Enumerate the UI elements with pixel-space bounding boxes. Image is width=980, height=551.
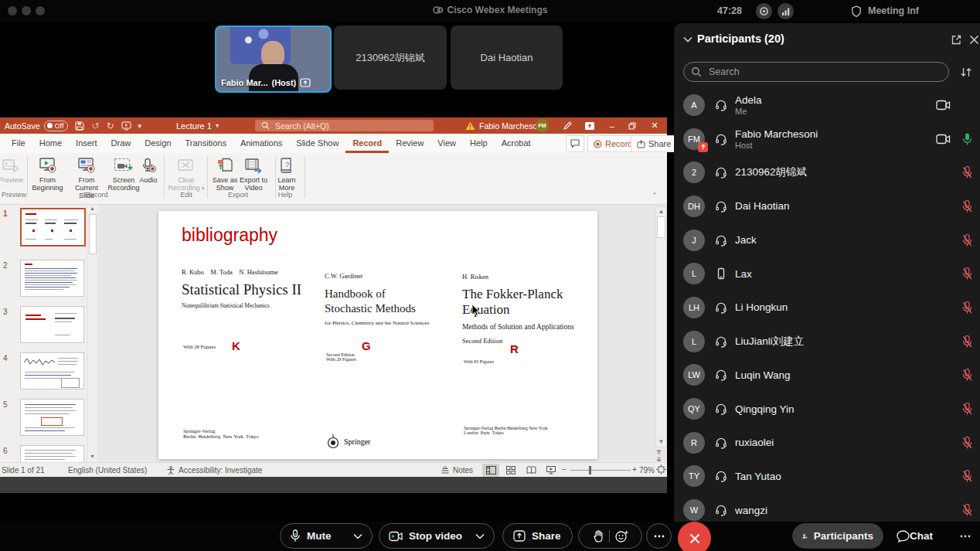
zoom-out-button[interactable]: − bbox=[562, 465, 567, 474]
zoom-slider-thumb[interactable] bbox=[589, 466, 591, 474]
more-options-button[interactable] bbox=[646, 523, 672, 549]
participant-row[interactable]: QY Qingqing Yin bbox=[674, 392, 980, 426]
meeting-info-label[interactable]: Meeting Inf bbox=[868, 5, 919, 16]
collapse-ribbon-chevron-icon[interactable]: ⌃ bbox=[652, 192, 658, 199]
share-button[interactable]: Share bbox=[631, 135, 677, 152]
ppt-search-box[interactable]: Search (Alt+Q) bbox=[255, 120, 434, 131]
tab-help[interactable]: Help bbox=[463, 134, 495, 153]
video-tile[interactable]: 2130962胡锦斌 bbox=[334, 26, 447, 90]
fit-slide-button[interactable] bbox=[656, 464, 666, 474]
tab-acrobat[interactable]: Acrobat bbox=[495, 134, 538, 153]
slideshow-icon[interactable] bbox=[121, 121, 131, 131]
sort-participants-icon[interactable] bbox=[960, 66, 972, 78]
dropdown-chevron-icon: ▾ bbox=[202, 185, 205, 191]
participant-row[interactable]: L Lax bbox=[674, 257, 980, 291]
tab-file[interactable]: File bbox=[5, 134, 32, 153]
participants-search-input[interactable] bbox=[707, 66, 919, 78]
ribbon-from-beginning-button[interactable]: From Beginning bbox=[29, 155, 66, 192]
ribbon-learn-more-button[interactable]: ? Learn More bbox=[272, 155, 301, 192]
video-tile-host[interactable]: Fabio Mar... (Host) bbox=[215, 26, 332, 93]
autosave-toggle[interactable]: Off bbox=[44, 121, 69, 131]
previous-slide-button[interactable]: ⇈ bbox=[656, 449, 662, 456]
redo-icon[interactable]: ↻ bbox=[106, 121, 114, 131]
language-status[interactable]: English (United States) bbox=[68, 463, 147, 478]
tab-transitions[interactable]: Transitions bbox=[179, 134, 233, 153]
participant-row[interactable]: L LiuJianli刘建立 bbox=[674, 325, 980, 359]
recording-indicator-icon[interactable] bbox=[756, 3, 772, 19]
save-icon[interactable] bbox=[75, 121, 84, 131]
participant-row[interactable]: R ruxiaolei bbox=[674, 426, 980, 460]
document-title[interactable]: Lecture 1▾ bbox=[176, 117, 219, 134]
undo-icon[interactable]: ↺ bbox=[91, 121, 99, 131]
share-content-button[interactable]: Share bbox=[502, 523, 573, 549]
notes-button[interactable]: Notes bbox=[441, 463, 473, 478]
collapse-panel-chevron-icon[interactable] bbox=[683, 36, 692, 43]
tab-design[interactable]: Design bbox=[138, 134, 178, 153]
zoom-percent[interactable]: 79% bbox=[639, 466, 655, 474]
reactions-smiley-icon[interactable] bbox=[615, 530, 628, 542]
slide-indicator[interactable]: Slide 1 of 21 bbox=[2, 463, 45, 478]
leave-meeting-button[interactable] bbox=[678, 522, 711, 551]
zoom-in-button[interactable]: + bbox=[632, 465, 637, 474]
chat-button[interactable]: Chat bbox=[897, 523, 933, 549]
close-panel-icon[interactable] bbox=[969, 35, 979, 45]
reactions-button[interactable] bbox=[578, 523, 642, 549]
popout-panel-icon[interactable] bbox=[951, 34, 962, 46]
participants-search-box[interactable] bbox=[683, 62, 949, 82]
participants-toggle-button[interactable]: Participants bbox=[792, 523, 883, 549]
close-button[interactable]: ✕ bbox=[645, 117, 665, 134]
ribbon-audio-button[interactable]: Audio bbox=[136, 155, 161, 184]
slide-scrollbar[interactable]: ▲ ▼ bbox=[655, 206, 667, 447]
participant-row[interactable]: W wangzi bbox=[674, 493, 980, 522]
tab-view[interactable]: View bbox=[430, 134, 463, 153]
slide-sorter-view-button[interactable] bbox=[502, 464, 519, 477]
tab-slide-show[interactable]: Slide Show bbox=[289, 134, 345, 153]
participant-row[interactable]: LW Luqin Wang bbox=[674, 359, 980, 393]
slide-thumbnail-4[interactable] bbox=[20, 352, 84, 389]
network-quality-icon[interactable] bbox=[778, 3, 794, 19]
participant-row[interactable]: A Adela Me bbox=[674, 88, 980, 122]
tab-insert[interactable]: Insert bbox=[69, 134, 104, 153]
account-name[interactable]: Fabio Marchesoni bbox=[479, 117, 543, 134]
accessibility-status[interactable]: Accessibility: Investigate bbox=[166, 463, 262, 478]
ribbon-export-to-video-button[interactable]: Export to Video bbox=[236, 155, 271, 192]
participant-row[interactable]: FM Fabio Marchesoni Host bbox=[674, 122, 980, 156]
tab-home[interactable]: Home bbox=[32, 134, 69, 153]
stop-video-button[interactable]: Stop video bbox=[379, 523, 495, 549]
participant-row[interactable]: DH Dai Haotian bbox=[674, 189, 980, 223]
normal-view-button[interactable] bbox=[482, 464, 499, 477]
participant-row[interactable]: J Jack bbox=[674, 223, 980, 257]
slideshow-view-button[interactable] bbox=[543, 464, 560, 477]
camera-icon bbox=[389, 531, 403, 542]
reading-view-button[interactable] bbox=[522, 464, 539, 477]
participant-row[interactable]: LH Li Hongkun bbox=[674, 291, 980, 325]
participant-row[interactable]: TY Tan Yutao bbox=[674, 460, 980, 494]
minimize-button[interactable]: – bbox=[602, 117, 622, 134]
thumbnail-scrollbar[interactable]: ▲ ▼ bbox=[87, 205, 97, 462]
audio-icon bbox=[140, 158, 157, 174]
slide-thumbnail-1[interactable] bbox=[20, 208, 86, 247]
video-options-chevron-icon[interactable] bbox=[475, 533, 485, 539]
zoom-slider-track[interactable] bbox=[570, 470, 631, 471]
quick-access-chevron-icon[interactable]: ▾ bbox=[138, 122, 142, 130]
participant-initials: L bbox=[692, 337, 696, 346]
slide-thumbnail-3[interactable] bbox=[20, 306, 84, 343]
ribbon-display-options-icon[interactable] bbox=[584, 121, 595, 131]
warning-icon[interactable] bbox=[465, 121, 475, 131]
account-avatar[interactable]: FM bbox=[536, 119, 549, 132]
tab-animations[interactable]: Animations bbox=[233, 134, 289, 153]
video-tile[interactable]: Dai Haotian bbox=[451, 26, 563, 90]
tab-draw[interactable]: Draw bbox=[104, 134, 138, 153]
mute-options-chevron-icon[interactable] bbox=[353, 533, 362, 539]
participant-row[interactable]: 2 2130962胡锦斌 bbox=[674, 155, 980, 189]
tab-review[interactable]: Review bbox=[389, 134, 430, 153]
tab-record[interactable]: Record bbox=[345, 134, 389, 153]
mute-button[interactable]: Mute bbox=[280, 523, 373, 549]
slide-thumbnail-5[interactable] bbox=[20, 399, 84, 436]
more-panels-button[interactable] bbox=[960, 523, 971, 549]
slide-canvas[interactable]: bibliography R. Kubo M. Toda N. Hashitsu… bbox=[158, 211, 597, 459]
draw-pen-icon[interactable] bbox=[563, 121, 572, 131]
restore-button[interactable] bbox=[622, 117, 642, 134]
comments-button[interactable] bbox=[566, 135, 584, 152]
slide-thumbnail-2[interactable] bbox=[20, 260, 84, 297]
